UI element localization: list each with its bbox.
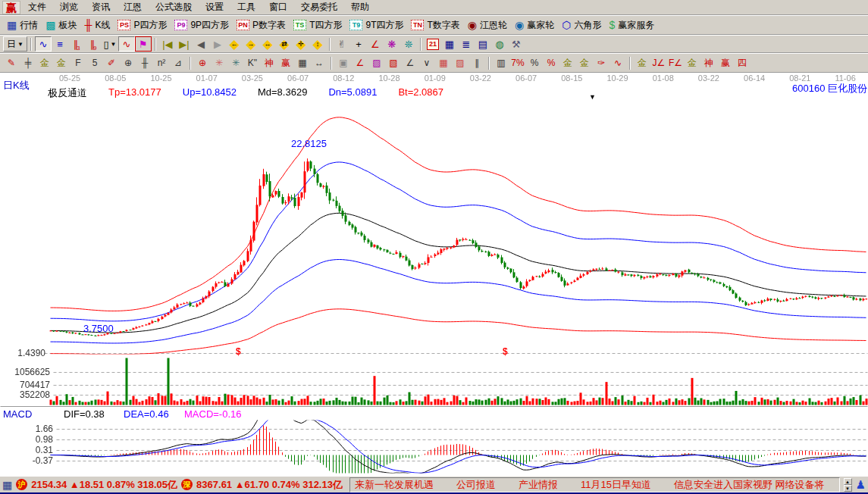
diamond-left-button[interactable]: ◆← — [226, 36, 243, 52]
shenzhen-index-icon[interactable]: 深 — [181, 479, 193, 490]
diamond-right-button[interactable]: ◆→ — [243, 36, 259, 52]
gold-ruler-1-tool[interactable]: 金 — [36, 55, 53, 70]
news-link-4[interactable]: 信息安全进入国家视野 网络设备将 — [674, 478, 825, 492]
info-note-button[interactable]: ≡ — [52, 36, 68, 52]
gold-ruler-2-tool[interactable]: 金 — [53, 55, 70, 70]
pen-ruler-tool[interactable]: ✐ — [103, 55, 120, 70]
pattern-red-button[interactable]: ∿ — [118, 36, 135, 52]
menu-item-2[interactable]: 资讯 — [85, 0, 117, 14]
line-fan-tool[interactable]: ∠ — [402, 55, 418, 70]
pct-line-red-tool[interactable]: 7% — [509, 55, 526, 70]
teal-web-button[interactable]: ❊ — [400, 36, 417, 52]
news-link-2[interactable]: 产业情报 — [519, 478, 558, 492]
ruler-tool[interactable]: ╪ — [20, 55, 36, 70]
p-square-button[interactable]: PSP四方形 — [114, 17, 171, 33]
gold-circle-tool[interactable]: 金 — [559, 55, 576, 70]
five-ruler-tool[interactable]: 5 — [86, 55, 103, 70]
p-number-table-button[interactable]: PNP数字表 — [233, 17, 290, 33]
bars-9-button[interactable]: ∥9 — [85, 36, 102, 52]
period-selector[interactable]: 日 ▼ — [3, 36, 27, 52]
news-link-0[interactable]: 来新一轮发展机遇 — [355, 478, 434, 492]
shen-ruler-tool[interactable]: 神 — [261, 55, 277, 70]
circle-ruler-tool[interactable]: ⊕ — [120, 55, 136, 70]
shanghai-index-icon[interactable]: 沪 — [16, 479, 27, 490]
gold-underline-fan[interactable]: 金 — [634, 55, 650, 70]
diamond-4way-button[interactable]: ◆✛ — [293, 36, 309, 52]
kline-button[interactable]: ╫K线 — [80, 17, 114, 33]
trade-cart-button[interactable]: ⚒ — [508, 36, 525, 52]
calculator-button[interactable]: ▦ — [441, 36, 458, 52]
red-grid-tool[interactable]: ▦ — [435, 55, 452, 70]
dark-web-tool[interactable]: ✳ — [227, 55, 244, 70]
quotes-button[interactable]: ▦行情 — [3, 17, 42, 33]
menu-item-6[interactable]: 工具 — [230, 0, 262, 14]
purple-square-fan-tool[interactable]: ▨ — [368, 55, 385, 70]
menu-item-4[interactable]: 公式选股 — [149, 0, 199, 14]
t-square-button[interactable]: TST四方形 — [290, 17, 346, 33]
purple-web-button[interactable]: ❋ — [384, 36, 400, 52]
sectors-button[interactable]: ▩板块 — [42, 17, 80, 33]
stock-code-name[interactable]: 600160 巨化股份 — [792, 82, 867, 95]
menu-item-5[interactable]: 设置 — [199, 0, 230, 14]
plain-ruler-tool[interactable]: ╫ — [136, 55, 153, 70]
angle-measure-button[interactable]: ∠ — [367, 36, 384, 52]
gann-wheel-button[interactable]: ◉江恩轮 — [464, 17, 511, 33]
f-fan-tool[interactable]: F∠ — [667, 55, 684, 70]
pattern-blue-button[interactable]: ∿ — [35, 36, 52, 52]
menu-item-8[interactable]: 交易委托 — [294, 0, 344, 14]
gold-line-tool[interactable]: 金 — [576, 55, 593, 70]
spin-up-icon[interactable]: ▲ — [844, 478, 852, 485]
winner-wheel-button[interactable]: ◉赢家轮 — [511, 17, 558, 33]
red-web-tool[interactable]: ✳ — [211, 55, 227, 70]
hand-tool-button[interactable]: ✌ — [334, 36, 350, 52]
j-fan-tool[interactable]: J∠ — [650, 55, 667, 70]
notes-button[interactable]: ≣ — [458, 36, 475, 52]
next-bar-button[interactable]: ▶ — [209, 36, 226, 52]
bars-3-button[interactable]: ∥3 — [68, 36, 85, 52]
news-link-3[interactable]: 11月15日早知道 — [581, 478, 651, 492]
gold-fan-tool[interactable]: 金 — [684, 55, 700, 70]
menu-item-0[interactable]: 文件 — [21, 0, 53, 14]
diamond-swap-button[interactable]: ◆⇄ — [276, 36, 293, 52]
ticker-spinner[interactable]: ▲ ▼ — [844, 478, 852, 492]
prev-bar-button[interactable]: ◀ — [193, 36, 209, 52]
v-dotted-tool[interactable]: ∨ — [418, 55, 435, 70]
win-ruler-tool[interactable]: 赢 — [277, 55, 294, 70]
last-bar-button[interactable]: ▶| — [176, 36, 193, 52]
f-ruler-tool[interactable]: F — [70, 55, 86, 70]
k-quote-tool[interactable]: K" — [244, 55, 261, 70]
red-square-fan-tool[interactable]: ▧ — [385, 55, 402, 70]
wave-red-tool[interactable]: ∿ — [609, 55, 626, 70]
diamond-hmove-button[interactable]: ◆↔ — [259, 36, 276, 52]
flag-button[interactable]: ⚑ — [135, 36, 152, 52]
9t-square-button[interactable]: T99T四方形 — [346, 17, 407, 33]
red-grid-arrow-tool[interactable]: ▨ — [452, 55, 468, 70]
square-box-tool[interactable]: ▣ — [335, 55, 352, 70]
browser-button[interactable]: ◍ — [491, 36, 508, 52]
crosshair-tool-button[interactable]: + — [350, 36, 367, 52]
parallel-lines-tool[interactable]: ∥ — [468, 55, 485, 70]
mirror-angle-tool[interactable]: ⊿ — [170, 55, 186, 70]
diamond-vmove-button[interactable]: ◆↕ — [309, 36, 326, 52]
red-fan-tool[interactable]: ∠ — [352, 55, 368, 70]
percent-line-tool[interactable]: % — [543, 55, 559, 70]
9p-square-button[interactable]: P99P四方形 — [171, 17, 233, 33]
spin-down-icon[interactable]: ▼ — [844, 485, 852, 492]
hrange-tool[interactable]: ↔ — [311, 55, 327, 70]
candle-style-button[interactable]: ▯▼ — [102, 36, 118, 52]
menu-item-1[interactable]: 浏览 — [53, 0, 85, 14]
percent-tool[interactable]: % — [526, 55, 543, 70]
first-bar-button[interactable]: |◀ — [159, 36, 176, 52]
grid-123-tool[interactable]: ▦ — [294, 55, 311, 70]
menu-item-9[interactable]: 帮助 — [344, 0, 376, 14]
quotes-grid-icon[interactable]: ▦ — [2, 480, 12, 490]
pen-tool[interactable]: ✎ — [3, 55, 20, 70]
menu-item-3[interactable]: 江恩 — [117, 0, 149, 14]
column-chart-tool[interactable]: ▥ — [493, 55, 509, 70]
brush-tool[interactable]: ✑ — [593, 55, 609, 70]
calendar-button[interactable]: 21 — [425, 36, 441, 52]
win-fan-tool[interactable]: 赢 — [717, 55, 734, 70]
shen-fan-tool[interactable]: 神 — [700, 55, 717, 70]
news-link-1[interactable]: 公司报道 — [456, 478, 496, 492]
n2-ruler-tool[interactable]: n² — [153, 55, 170, 70]
